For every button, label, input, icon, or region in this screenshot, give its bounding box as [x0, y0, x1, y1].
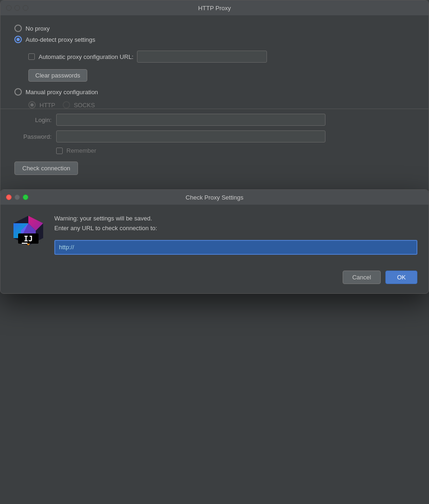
- manual-proxy-row[interactable]: Manual proxy configuration: [14, 88, 415, 96]
- proxy-settings-section: No proxy Auto-detect proxy settings Auto…: [0, 15, 429, 109]
- login-row: Login:: [14, 114, 415, 126]
- no-proxy-label: No proxy: [26, 25, 50, 32]
- credentials-section: Login: Password: Remember Check connecti…: [0, 109, 429, 198]
- warning-line1: Warning: your settings will be saved.: [54, 215, 152, 222]
- maximize-icon: [23, 5, 28, 11]
- no-proxy-row[interactable]: No proxy: [14, 25, 415, 32]
- check-cancel-button[interactable]: Cancel: [343, 271, 381, 284]
- no-proxy-radio[interactable]: [14, 25, 22, 32]
- password-row: Password:: [14, 130, 415, 142]
- auto-config-url-input[interactable]: [137, 51, 267, 63]
- password-label: Password:: [14, 133, 52, 140]
- auto-detect-options: Automatic proxy configuration URL: Clear…: [28, 51, 415, 82]
- check-url-input[interactable]: [54, 240, 417, 255]
- http-proxy-title: HTTP Proxy: [198, 5, 231, 12]
- remember-row: Remember: [56, 147, 415, 154]
- clear-passwords-row: Clear passwords: [28, 67, 415, 82]
- check-proxy-dialog: Check Proxy Settings: [0, 189, 429, 294]
- proxy-type-radio-group: No proxy Auto-detect proxy settings Auto…: [14, 25, 415, 109]
- dialog-minimize-icon: [14, 194, 20, 200]
- auto-detect-label: Auto-detect proxy settings: [26, 36, 95, 43]
- check-proxy-footer: Cancel OK: [0, 264, 429, 293]
- svg-rect-7: [22, 243, 27, 244]
- remember-checkbox[interactable]: [56, 148, 63, 154]
- manual-proxy-radio[interactable]: [14, 88, 22, 96]
- minimize-icon: [14, 5, 20, 11]
- check-proxy-title: Check Proxy Settings: [186, 194, 243, 201]
- http-proxy-titlebar: HTTP Proxy: [0, 0, 429, 15]
- auto-config-url-row: Automatic proxy configuration URL:: [28, 51, 415, 63]
- socks-radio[interactable]: [63, 101, 70, 109]
- clear-passwords-button[interactable]: Clear passwords: [28, 69, 87, 82]
- dialog-message-section: Warning: your settings will be saved. En…: [54, 214, 417, 255]
- check-ok-button[interactable]: OK: [385, 271, 417, 284]
- socks-label: SOCKS: [74, 102, 95, 109]
- dialog-close-icon[interactable]: [6, 194, 12, 200]
- warning-text: Warning: your settings will be saved. En…: [54, 214, 417, 233]
- dialog-maximize-icon: [23, 194, 28, 200]
- ij-logo: IJ: [12, 214, 45, 247]
- check-proxy-traffic-lights: [6, 194, 28, 200]
- auto-config-checkbox[interactable]: [28, 53, 35, 60]
- manual-proxy-label: Manual proxy configuration: [26, 89, 98, 96]
- close-icon: [6, 5, 12, 11]
- check-proxy-titlebar: Check Proxy Settings: [0, 190, 429, 205]
- svg-text:IJ: IJ: [24, 234, 32, 243]
- socks-radio-row[interactable]: SOCKS: [63, 101, 95, 109]
- warning-line2: Enter any URL to check connection to:: [54, 225, 157, 232]
- http-radio[interactable]: [28, 101, 36, 109]
- http-proxy-traffic-lights: [6, 5, 28, 11]
- auto-detect-radio[interactable]: [14, 36, 22, 43]
- check-proxy-content: IJ Warning: your settings will be saved.…: [0, 205, 429, 264]
- protocol-row: HTTP SOCKS: [28, 101, 415, 109]
- login-input[interactable]: [56, 114, 325, 126]
- login-label: Login:: [14, 116, 52, 123]
- remember-label: Remember: [66, 147, 96, 154]
- auto-config-label: Automatic proxy configuration URL:: [39, 53, 133, 60]
- check-connection-button[interactable]: Check connection: [14, 162, 78, 175]
- http-label: HTTP: [39, 102, 55, 109]
- http-radio-row[interactable]: HTTP: [28, 101, 55, 109]
- password-input[interactable]: [56, 130, 325, 142]
- auto-detect-row[interactable]: Auto-detect proxy settings: [14, 36, 415, 43]
